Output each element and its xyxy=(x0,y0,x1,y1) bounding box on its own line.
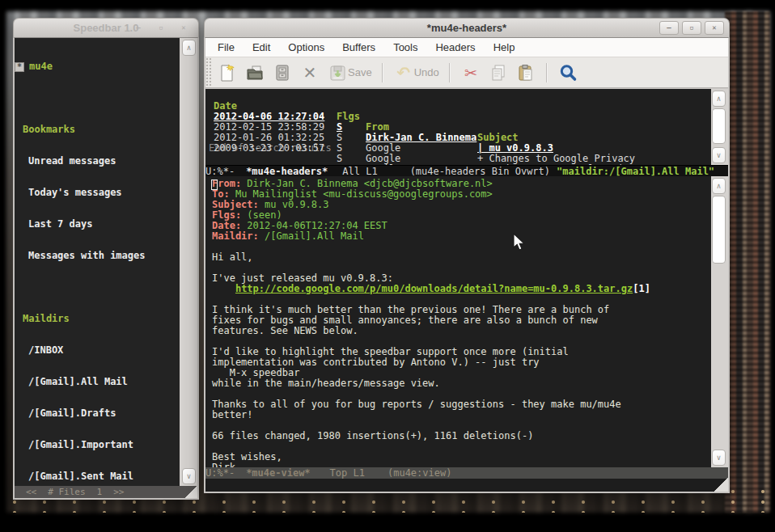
close-icon[interactable]: ✕ xyxy=(705,21,724,35)
scroll-down-icon[interactable]: ∨ xyxy=(182,468,196,484)
new-file-button[interactable] xyxy=(214,61,241,85)
sidebar-item-unread-messages[interactable]: Unread messages xyxy=(18,156,180,167)
mouse-cursor xyxy=(512,233,527,252)
sidebar-item-last-7-days[interactable]: Last 7 days xyxy=(18,219,180,230)
modeline-mu4e-headers: U:%*-*mu4e-headers*All L1(mu4e-headers B… xyxy=(205,165,728,176)
maximize-icon[interactable]: ▫ xyxy=(682,21,701,35)
new-file-icon xyxy=(218,63,237,82)
speedbar-scrollbar[interactable]: ∧ ∨ xyxy=(181,38,197,486)
save-button-label: Save xyxy=(348,66,372,78)
field-maildir-label: Maildir xyxy=(212,230,253,242)
table-row[interactable]: 2012-01-26 01:32:25 S Google \ Changes t… xyxy=(205,122,711,133)
field-from-label: From xyxy=(212,178,235,189)
scrollbar-thumb[interactable] xyxy=(712,108,726,144)
modeline-position: Top L1 xyxy=(330,467,365,479)
paste-button[interactable] xyxy=(512,61,540,85)
field-subject-label: Subject xyxy=(212,199,253,210)
modeline-buffer-name: *mu4e-headers* xyxy=(246,166,328,177)
speedbar-frame: *mu4e Bookmarks Unread messages Today's … xyxy=(13,37,199,500)
menu-tools[interactable]: Tools xyxy=(384,41,426,53)
speedbar-root-mu4e[interactable]: mu4e xyxy=(29,61,53,72)
cut-button[interactable]: ✂ xyxy=(457,61,485,85)
scroll-up-icon[interactable]: ∧ xyxy=(712,178,726,194)
speedbar-titlebar[interactable]: Speedbar 1.0 – ▫ ✕ xyxy=(13,18,199,37)
open-file-button[interactable] xyxy=(241,61,269,85)
headers-column-row: Date Flgs From Subject xyxy=(205,91,711,101)
page-title: *mu4e-headers* xyxy=(205,22,729,34)
field-subject-value: mu v0.9.8.3 xyxy=(265,199,328,210)
speedbar-statusbar: <<# Files1>> xyxy=(15,486,197,498)
minimize-icon[interactable]: – xyxy=(659,21,679,35)
close-icon[interactable]: ✕ xyxy=(174,21,193,35)
message-body: Hi all, I've just released mu v0.9.8.3: … xyxy=(212,252,711,467)
speedbar-status-value: 1 xyxy=(97,487,103,497)
menu-options[interactable]: Options xyxy=(279,41,333,53)
scroll-down-icon[interactable]: ∨ xyxy=(712,450,726,466)
sidebar-item-messages-with-images[interactable]: Messages with images xyxy=(18,251,180,261)
scrollbar-thumb[interactable] xyxy=(712,196,726,264)
download-link[interactable]: http://code.google.com/p/mu0/downloads/d… xyxy=(235,283,633,294)
speedbar-status-next[interactable]: >> xyxy=(113,487,124,497)
minimize-icon[interactable]: – xyxy=(129,21,148,35)
table-row-selected[interactable]: 2012-04-06 12:27:04 S Dirk-Jan C. Binnem… xyxy=(205,101,711,112)
close-x-icon: ✕ xyxy=(303,63,317,82)
sidebar-item-all-mail[interactable]: /[Gmail].All Mail xyxy=(18,377,180,387)
speedbar-status-prev[interactable]: << xyxy=(26,487,36,497)
modeline-buffer-name: *mu4e-view* xyxy=(246,467,310,479)
dired-button[interactable] xyxy=(269,61,296,85)
undo-button[interactable]: ↶ xyxy=(390,61,417,85)
menubar: File Edit Options Buffers Tools Headers … xyxy=(205,38,728,57)
link-footnote-ref: [1] xyxy=(633,283,650,294)
scroll-up-icon[interactable]: ∧ xyxy=(712,91,726,107)
menu-buffers[interactable]: Buffers xyxy=(333,41,384,53)
field-date-value: 2012-04-06T12:27:04 EEST xyxy=(247,220,387,231)
menu-file[interactable]: File xyxy=(209,41,244,53)
speedbar-section-maildirs: Maildirs xyxy=(18,314,180,324)
undo-arrow-icon: ↶ xyxy=(396,63,410,82)
table-row[interactable]: 2012-02-15 23:58:29 S Google + Changes t… xyxy=(205,112,711,122)
echo-area xyxy=(205,479,728,492)
menu-headers[interactable]: Headers xyxy=(426,41,484,53)
save-button[interactable] xyxy=(324,61,351,85)
file-cabinet-icon xyxy=(273,63,292,82)
message-body-after-link: I think it's much better than the previo… xyxy=(212,304,621,467)
search-button[interactable] xyxy=(554,61,582,85)
modeline-modes: (mu4e:view) xyxy=(388,467,451,479)
scroll-down-icon[interactable]: ∨ xyxy=(712,147,726,163)
maximize-icon[interactable]: ▫ xyxy=(151,21,171,35)
undo-button-label: Undo xyxy=(414,66,439,78)
emacs-titlebar[interactable]: *mu4e-headers* – ▫ ✕ xyxy=(204,18,730,37)
search-icon xyxy=(558,63,578,82)
sidebar-item-inbox[interactable]: /INBOX xyxy=(18,345,180,356)
kill-buffer-button[interactable]: ✕ xyxy=(296,61,324,85)
save-disk-icon xyxy=(328,63,347,82)
menu-edit[interactable]: Edit xyxy=(244,41,279,53)
speedbar-expand-button[interactable]: * xyxy=(15,62,24,72)
speedbar-resize-grip[interactable] xyxy=(185,486,197,498)
toolbar: ✕ Save ↶ Undo ✂ xyxy=(205,57,728,88)
window-resize-grip[interactable] xyxy=(714,478,728,492)
sidebar-item-sent-mail[interactable]: /[Gmail].Sent Mail xyxy=(18,471,180,482)
speedbar-window: Speedbar 1.0 – ▫ ✕ *mu4e Bookmarks Unrea… xyxy=(13,18,199,500)
table-row[interactable]: 2009-03-23 20:03:57 S Gmail Team | Gmail… xyxy=(205,133,711,143)
menu-help[interactable]: Help xyxy=(485,41,524,53)
field-from-value: Dirk-Jan C. Binnema <djcb@djcbsoftware.n… xyxy=(247,178,492,189)
sidebar-item-todays-messages[interactable]: Today's messages xyxy=(18,188,180,198)
toolbar-separator xyxy=(546,63,548,82)
speedbar-section-bookmarks: Bookmarks xyxy=(18,125,180,135)
modeline-position: All L1 xyxy=(342,166,377,177)
view-scrollbar[interactable]: ∧ ∨ xyxy=(711,176,728,467)
cell-flags: S xyxy=(337,154,342,164)
headers-scrollbar[interactable]: ∧ ∨ xyxy=(711,89,728,165)
copy-button[interactable] xyxy=(485,61,512,85)
scissors-icon: ✂ xyxy=(464,64,477,82)
toolbar-separator xyxy=(382,63,383,82)
cell-date: 2009-03-23 20:03:57 xyxy=(214,143,324,154)
modeline-search-query: "maildir:/[Gmail].All Mail" xyxy=(557,166,714,177)
scroll-up-icon[interactable]: ∧ xyxy=(182,40,196,56)
copy-pages-icon xyxy=(489,63,508,82)
modeline-prefix: U:%*- xyxy=(205,166,235,177)
sidebar-item-important[interactable]: /[Gmail].Important xyxy=(18,440,180,450)
field-to-value: Mu Mailinglist <mu-discuss@googlegroups.… xyxy=(235,188,493,200)
sidebar-item-drafts[interactable]: /[Gmail].Drafts xyxy=(18,408,180,419)
